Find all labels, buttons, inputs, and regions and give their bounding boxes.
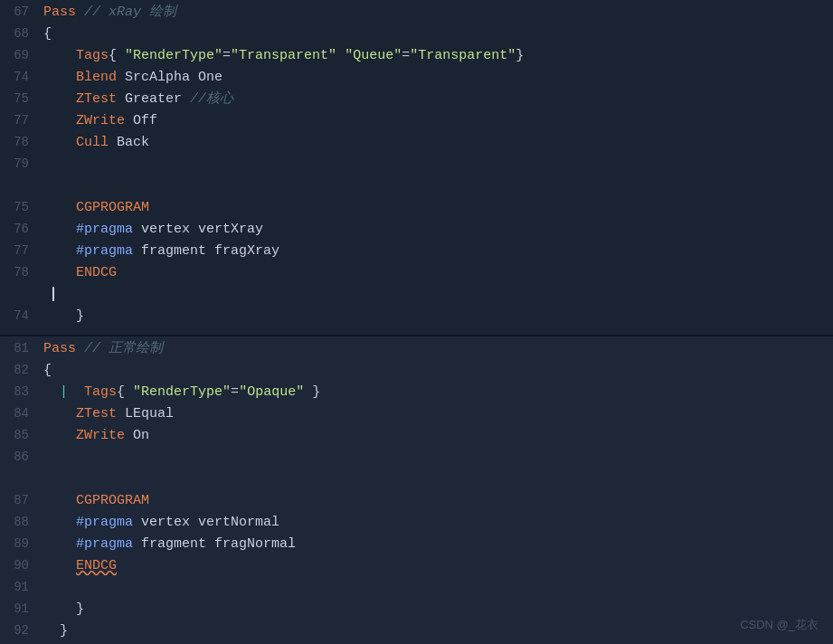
line-num-78b: 78 xyxy=(0,262,43,282)
line-content-91b: } xyxy=(43,599,833,620)
line-content-77b: #pragma fragment fragXray xyxy=(43,241,833,262)
line-num-blank6: 91 xyxy=(0,577,43,597)
line-num-75a: 75 xyxy=(0,89,43,109)
line-num-92: 92 xyxy=(0,620,43,640)
line-78b: 78 ENDCG xyxy=(0,262,833,284)
line-blank4: 86 xyxy=(0,447,833,469)
line-content-82: { xyxy=(43,360,833,382)
line-81: 81 Pass // 正常绘制 xyxy=(0,338,833,360)
editor: 67 Pass // xRay 绘制 68 { 69 Tags{ "Render… xyxy=(0,0,833,644)
line-num-81: 81 xyxy=(0,338,43,358)
line-75a: 75 ZTest Greater //核心 xyxy=(0,89,833,110)
line-89: 89 #pragma fragment fragNormal xyxy=(0,534,833,555)
line-content-blank6 xyxy=(43,577,833,599)
line-content-74: Blend SrcAlpha One xyxy=(43,67,833,89)
line-content-blank1 xyxy=(43,154,833,175)
line-content-blank4 xyxy=(43,447,833,469)
line-content-78: Cull Back xyxy=(43,132,833,154)
line-num-78: 78 xyxy=(0,132,43,152)
line-content-92: } xyxy=(43,620,833,642)
line-blank6: 91 xyxy=(0,577,833,599)
line-content-78b: ENDCG xyxy=(43,262,833,284)
line-num-89: 89 xyxy=(0,534,43,554)
line-content-90: ENDCG xyxy=(43,555,833,577)
line-num-blank4: 86 xyxy=(0,447,43,467)
line-77: 77 ZWrite Off xyxy=(0,110,833,132)
line-content-67: Pass // xRay 绘制 xyxy=(43,2,833,24)
line-num-68: 68 xyxy=(0,24,43,43)
line-blank2 xyxy=(0,175,833,197)
line-83: 83 | Tags{ "RenderType"="Opaque" } xyxy=(0,382,833,403)
line-75b: 75 CGPROGRAM xyxy=(0,197,833,219)
code-section-top: 67 Pass // xRay 绘制 68 { 69 Tags{ "Render… xyxy=(0,0,833,336)
line-90: 90 ENDCG xyxy=(0,555,833,577)
line-blank3 xyxy=(0,284,833,306)
line-content-blank2 xyxy=(43,175,833,197)
line-content-75b: CGPROGRAM xyxy=(43,197,833,219)
line-content-88: #pragma vertex vertNormal xyxy=(43,512,833,534)
line-content-85: ZWrite On xyxy=(43,425,833,447)
line-num-75b: 75 xyxy=(0,197,43,217)
line-num-77b: 77 xyxy=(0,241,43,260)
line-num-90: 90 xyxy=(0,555,43,575)
line-82: 82 { xyxy=(0,360,833,382)
line-88: 88 #pragma vertex vertNormal xyxy=(0,512,833,534)
line-content-83: | Tags{ "RenderType"="Opaque" } xyxy=(43,382,833,403)
line-91b: 91 } xyxy=(0,599,833,620)
line-num-87: 87 xyxy=(0,490,43,510)
line-content-68: { xyxy=(43,24,833,45)
line-content-84: ZTest LEqual xyxy=(43,403,833,425)
line-num-blank1: 79 xyxy=(0,154,43,174)
line-num-88: 88 xyxy=(0,512,43,532)
line-num-82: 82 xyxy=(0,360,43,380)
line-blank5 xyxy=(0,469,833,490)
line-content-69: Tags{ "RenderType"="Transparent" "Queue"… xyxy=(43,45,833,67)
line-num-84: 84 xyxy=(0,403,43,423)
line-76: 76 #pragma vertex vertXray xyxy=(0,219,833,241)
line-69: 69 Tags{ "RenderType"="Transparent" "Que… xyxy=(0,45,833,67)
line-num-77: 77 xyxy=(0,110,43,130)
line-67: 67 Pass // xRay 绘制 xyxy=(0,2,833,24)
line-74: 74 Blend SrcAlpha One xyxy=(0,67,833,89)
line-content-87: CGPROGRAM xyxy=(43,490,833,512)
line-num-85: 85 xyxy=(0,425,43,445)
line-content-74b: } xyxy=(43,306,833,327)
line-num-74: 74 xyxy=(0,67,43,87)
line-content-89: #pragma fragment fragNormal xyxy=(43,534,833,555)
line-num-69: 69 xyxy=(0,45,43,65)
line-content-77: ZWrite Off xyxy=(43,110,833,132)
code-section-bottom: 81 Pass // 正常绘制 82 { 83 | Tags{ "RenderT… xyxy=(0,336,833,644)
line-92: 92 } xyxy=(0,620,833,642)
line-num-74b: 74 xyxy=(0,306,43,326)
line-78: 78 Cull Back xyxy=(0,132,833,154)
line-85: 85 ZWrite On xyxy=(0,425,833,447)
line-87: 87 CGPROGRAM xyxy=(0,490,833,512)
line-num-76: 76 xyxy=(0,219,43,239)
line-84: 84 ZTest LEqual xyxy=(0,403,833,425)
line-content-blank5 xyxy=(43,469,833,490)
line-content-blank3 xyxy=(43,284,833,306)
line-num-83: 83 xyxy=(0,382,43,402)
line-content-76: #pragma vertex vertXray xyxy=(43,219,833,241)
line-blank1: 79 xyxy=(0,154,833,175)
line-num-67: 67 xyxy=(0,2,43,22)
line-content-81: Pass // 正常绘制 xyxy=(43,338,833,360)
line-68: 68 { xyxy=(0,24,833,45)
line-num-91b: 91 xyxy=(0,599,43,619)
line-74b: 74 } xyxy=(0,306,833,327)
watermark: CSDN @_花衣 xyxy=(740,616,819,635)
line-77b: 77 #pragma fragment fragXray xyxy=(0,241,833,262)
line-content-75a: ZTest Greater //核心 xyxy=(43,89,833,110)
